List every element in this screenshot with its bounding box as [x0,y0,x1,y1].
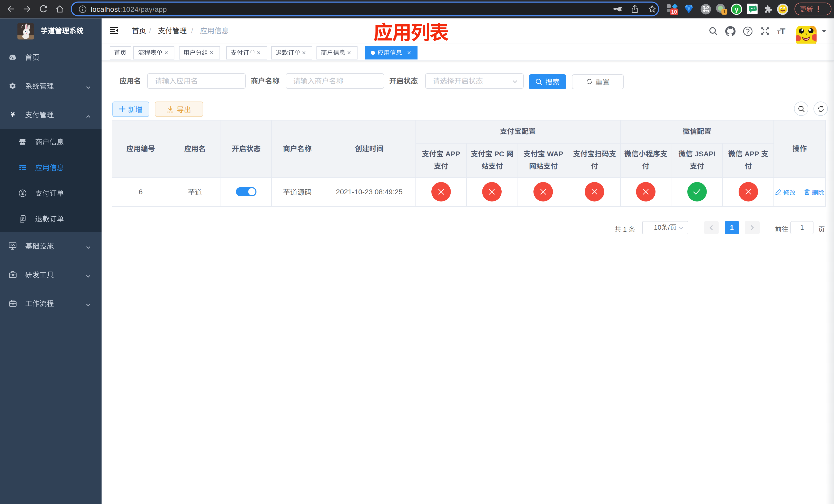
svg-text:T: T [780,26,786,36]
svg-text:y: y [734,5,738,13]
svg-text:¥: ¥ [11,110,15,118]
svg-text:10: 10 [671,9,677,14]
svg-text:1: 1 [723,9,726,14]
